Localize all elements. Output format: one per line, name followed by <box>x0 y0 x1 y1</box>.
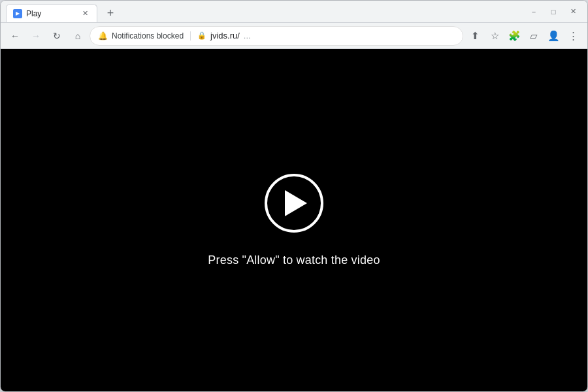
bookmark-button[interactable]: ☆ <box>485 27 504 45</box>
back-icon: ← <box>10 31 20 41</box>
notifications-blocked-label: Notifications blocked <box>112 31 184 41</box>
omnibox-left: 🔔 Notifications blocked 🔒 jvids.ru/ ... <box>98 31 251 41</box>
nav-bar: ← → ↻ ⌂ 🔔 Notifications blocked 🔒 jvids.… <box>1 23 587 49</box>
lock-icon: 🔒 <box>197 31 206 40</box>
extensions-icon: 🧩 <box>508 30 521 42</box>
profile-icon: 👤 <box>547 30 560 42</box>
title-bar: ▶ Play ✕ + − □ ✕ <box>1 1 587 23</box>
tab-strip: ▶ Play ✕ + <box>6 1 525 22</box>
play-button[interactable] <box>265 174 323 233</box>
share-button[interactable]: ⬆ <box>466 27 484 45</box>
sidebar-button[interactable]: ▱ <box>525 27 543 45</box>
profile-button[interactable]: 👤 <box>544 27 563 45</box>
notification-blocked-icon: 🔔 <box>98 31 108 41</box>
tab-favicon: ▶ <box>13 9 22 18</box>
menu-button[interactable]: ⋮ <box>564 27 582 45</box>
share-icon: ⬆ <box>471 30 480 42</box>
maximize-button[interactable]: □ <box>544 5 563 19</box>
bookmark-icon: ☆ <box>491 30 499 42</box>
new-tab-button[interactable]: + <box>101 4 120 22</box>
toolbar-right: ⬆ ☆ 🧩 ▱ 👤 ⋮ <box>466 27 582 45</box>
refresh-icon: ↻ <box>53 31 61 41</box>
omnibox[interactable]: 🔔 Notifications blocked 🔒 jvids.ru/ ... <box>90 26 463 46</box>
url-rest: ... <box>244 31 251 41</box>
extensions-button[interactable]: 🧩 <box>505 27 523 45</box>
forward-icon: → <box>31 31 41 41</box>
tab-close-button[interactable]: ✕ <box>80 8 90 19</box>
refresh-button[interactable]: ↻ <box>48 27 66 45</box>
home-icon: ⌂ <box>75 31 80 41</box>
close-button[interactable]: ✕ <box>564 5 582 19</box>
browser-window: ▶ Play ✕ + − □ ✕ ← → ↻ ⌂ <box>0 0 588 392</box>
minimize-button[interactable]: − <box>525 5 543 19</box>
tab-label: Play <box>26 9 76 18</box>
omnibox-divider <box>190 31 191 41</box>
window-controls: − □ ✕ <box>525 5 582 19</box>
forward-button[interactable]: → <box>27 27 45 45</box>
menu-icon: ⋮ <box>568 30 578 42</box>
play-icon <box>285 190 307 216</box>
back-button[interactable]: ← <box>6 27 24 45</box>
active-tab[interactable]: ▶ Play ✕ <box>6 4 97 22</box>
url-display: jvids.ru/ <box>210 31 240 41</box>
sidebar-icon: ▱ <box>530 30 538 42</box>
page-content: Press "Allow" to watch the video <box>1 49 587 391</box>
home-button[interactable]: ⌂ <box>69 27 87 45</box>
play-prompt-text: Press "Allow" to watch the video <box>208 253 380 267</box>
